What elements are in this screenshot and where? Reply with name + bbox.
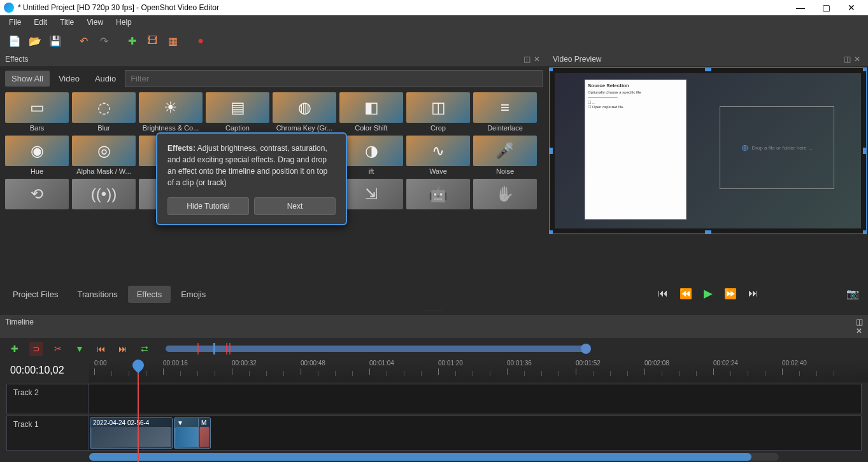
timeline-panel-title: Timeline [5,318,34,335]
zoom-slider[interactable] [166,346,586,352]
menu-edit[interactable]: Edit [27,17,53,28]
panel-float-icon[interactable]: ◫ [523,55,532,64]
timeline-ruler[interactable]: 0:0000:00:1600:00:3200:00:4800:01:0400:0… [89,360,868,382]
track-content[interactable]: 2022-04-24 02-56-4 ▼ M [89,416,861,450]
redo-button[interactable]: ↷ [94,31,113,50]
ruler-mark: 00:01:52 [576,360,601,367]
add-track-button[interactable]: ✚ [8,342,22,356]
prev-marker-button[interactable]: ⏮ [94,342,108,356]
panel-close-icon[interactable]: ✕ [856,326,863,335]
next-marker-button[interactable]: ⏭ [116,342,130,356]
resize-handle[interactable] [549,230,553,234]
effect-item[interactable]: ◑ift [339,136,403,176]
export-button[interactable]: ● [191,31,210,50]
effect-item[interactable]: ≡Deinterlace [473,92,537,133]
jump-end-button[interactable]: ⏭ [748,288,758,299]
panel-float-icon[interactable]: ◫ [844,55,853,64]
tab-emojis[interactable]: Emojis [172,286,215,303]
resize-handle[interactable] [549,67,553,71]
video-preview[interactable]: Source Selection Optionally choose a spe… [549,67,867,234]
razor-button[interactable]: ✂ [51,342,65,356]
effect-item[interactable]: ∿Wave [406,136,470,176]
filter-show-all[interactable]: Show All [5,71,50,87]
scrollbar-thumb[interactable] [89,453,751,461]
resize-handle[interactable] [705,230,711,234]
play-button[interactable]: ▶ [704,286,713,300]
tutorial-tooltip: Effects: Adjust brightness, contrast, sa… [156,132,347,225]
effect-label [5,209,69,212]
tab-transitions[interactable]: Transitions [69,286,127,303]
effects-grid[interactable]: ▭Bars◌Blur☀Brightness & Co...▤Caption◍Ch… [0,91,548,283]
hide-tutorial-button[interactable]: Hide Tutorial [167,197,249,215]
timeline-clip[interactable]: 2022-04-24 02-56-4 [90,417,173,449]
effect-label [339,209,403,212]
effect-item[interactable]: ◉Hue [5,136,69,176]
effect-item[interactable]: ◧Color Shift [339,92,403,133]
import-files-button[interactable]: ✚ [122,31,141,50]
center-playhead-button[interactable]: ⇄ [138,342,152,356]
new-project-button[interactable]: 📄 [5,31,24,50]
effect-item[interactable]: ◍Chroma Key (Gr... [273,92,336,133]
track-content[interactable] [89,384,861,414]
panel-close-icon[interactable]: ✕ [854,55,863,64]
minimize-button[interactable]: — [788,0,813,15]
fullscreen-button[interactable]: ▦ [163,31,182,50]
close-button[interactable]: ✕ [839,0,864,15]
zoom-thumb[interactable] [581,344,591,354]
effect-item[interactable]: ☀Brightness & Co... [139,92,203,133]
splitter-handle[interactable]: ······ [0,305,868,315]
resize-handle[interactable] [705,67,711,71]
resize-handle[interactable] [863,67,867,71]
fast-forward-button[interactable]: ⏩ [724,288,737,300]
resize-handle[interactable] [863,148,867,154]
effect-item[interactable]: ⇲ [339,179,403,212]
effect-label: ift [339,166,403,176]
jump-start-button[interactable]: ⏮ [658,288,668,299]
maximize-button[interactable]: ▢ [813,0,839,15]
tab-project-files[interactable]: Project Files [4,286,68,303]
filter-input[interactable] [125,70,543,87]
profile-button[interactable]: 🎞 [143,31,162,50]
ruler-mark: 0:00 [94,360,106,367]
timecode-display: 00:00:10,02 [0,360,89,382]
add-marker-button[interactable]: ▼ [73,342,87,356]
ruler-mark: 00:00:48 [301,360,325,367]
panel-float-icon[interactable]: ◫ [856,318,863,326]
effect-item[interactable]: ◎Alpha Mask / W... [72,136,136,176]
timeline-clip[interactable]: M [198,417,211,449]
playhead-icon[interactable] [130,357,146,373]
menu-view[interactable]: View [80,17,110,28]
track-label[interactable]: Track 2 [7,384,89,414]
effect-item[interactable]: ▭Bars [5,92,69,133]
ruler-mark: 00:02:08 [644,360,669,367]
effect-item[interactable]: ✋ [473,179,537,212]
resize-handle[interactable] [863,230,867,234]
undo-button[interactable]: ↶ [74,31,93,50]
effect-label: Wave [406,166,470,176]
tab-effects[interactable]: Effects [128,286,171,303]
effect-item[interactable]: ((•)) [72,179,136,212]
effect-item[interactable]: 🤖 [406,179,470,212]
next-tutorial-button[interactable]: Next [254,197,336,215]
rewind-button[interactable]: ⏪ [679,288,692,300]
resize-handle[interactable] [549,148,553,154]
snapshot-button[interactable]: 📷 [846,288,859,300]
snap-button[interactable]: ⊃ [29,342,43,356]
effect-item[interactable]: ⟲ [5,179,69,212]
menu-bar: File Edit Title View Help [0,15,868,29]
save-project-button[interactable]: 💾 [46,31,65,50]
menu-title[interactable]: Title [53,17,80,28]
effect-item[interactable]: ◫Crop [406,92,470,133]
track-label[interactable]: Track 1 [7,416,89,450]
effect-label: Alpha Mask / W... [72,166,136,176]
menu-help[interactable]: Help [110,17,138,28]
effect-item[interactable]: ▤Caption [206,92,269,133]
effect-item[interactable]: ◌Blur [72,92,136,133]
menu-file[interactable]: File [3,17,27,28]
filter-audio[interactable]: Audio [89,71,122,87]
filter-video[interactable]: Video [52,71,86,87]
effect-item[interactable]: 🎤Noise [473,136,537,176]
panel-close-icon[interactable]: ✕ [534,55,543,64]
open-project-button[interactable]: 📂 [25,31,45,50]
timeline-scrollbar[interactable] [89,453,779,461]
